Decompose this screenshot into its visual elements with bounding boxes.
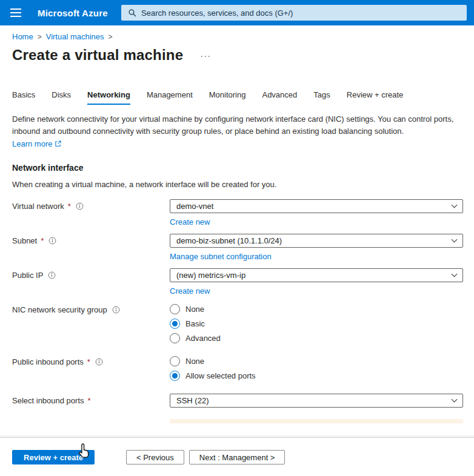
radio-icon (170, 333, 180, 343)
tab-basics[interactable]: Basics (12, 90, 35, 105)
select-inbound-ports-dropdown[interactable]: SSH (22) (170, 394, 463, 408)
section-heading-network-interface: Network interface (12, 163, 463, 173)
field-row-subnet: Subnet* demo-biz-subnet (10.1.1.0/24) Ma… (12, 234, 463, 261)
manage-subnet-configuration-link[interactable]: Manage subnet configuration (170, 252, 272, 261)
tab-tags[interactable]: Tags (313, 90, 330, 105)
wizard-footer: Review + create < Previous Next : Manage… (0, 437, 474, 476)
nic-nsg-label: NIC network security group (12, 303, 170, 343)
required-asterisk: * (87, 357, 90, 366)
learn-more-link[interactable]: Learn more (12, 139, 52, 148)
breadcrumb-separator: > (38, 33, 42, 41)
required-asterisk: * (41, 236, 44, 245)
radio-icon (170, 304, 180, 314)
review-create-button[interactable]: Review + create (12, 450, 95, 464)
more-actions-ellipsis-icon[interactable]: ··· (200, 50, 211, 61)
breadcrumb-separator: > (108, 33, 113, 41)
radio-selected-icon (170, 319, 180, 329)
required-asterisk: * (88, 396, 91, 405)
tab-description: Define network connectivity for your vir… (12, 113, 463, 137)
field-row-nic-nsg: NIC network security group None Basic Ad… (12, 303, 463, 343)
info-icon[interactable] (112, 306, 120, 316)
radio-selected-icon (170, 371, 180, 381)
hamburger-menu-icon[interactable] (2, 0, 29, 25)
tab-advanced[interactable]: Advanced (262, 90, 297, 105)
global-search[interactable] (121, 5, 467, 21)
inbound-ports-option-allow-selected[interactable]: Allow selected ports (170, 371, 463, 381)
tab-management[interactable]: Management (147, 90, 193, 105)
subnet-dropdown[interactable]: demo-biz-subnet (10.1.1.0/24) (170, 234, 463, 248)
public-inbound-ports-radio-group: None Allow selected ports (170, 355, 463, 381)
page-content: Home > Virtual machines > Create a virtu… (0, 25, 474, 437)
breadcrumb-home-link[interactable]: Home (12, 32, 33, 41)
info-icon[interactable] (95, 358, 103, 368)
tab-monitoring[interactable]: Monitoring (209, 90, 246, 105)
public-ip-label: Public IP (12, 268, 170, 296)
field-row-virtual-network: Virtual network* demo-vnet Create new (12, 199, 463, 226)
public-ip-create-new-link[interactable]: Create new (170, 286, 210, 296)
chevron-down-icon (452, 202, 458, 208)
nic-nsg-radio-group: None Basic Advanced (170, 303, 463, 343)
tab-review-create[interactable]: Review + create (347, 90, 404, 105)
external-link-icon (55, 140, 61, 149)
select-inbound-ports-label: Select inbound ports* (12, 394, 170, 408)
nic-nsg-option-advanced[interactable]: Advanced (170, 333, 463, 343)
breadcrumb-virtual-machines-link[interactable]: Virtual machines (46, 32, 104, 41)
chevron-down-icon (452, 271, 458, 277)
tab-networking[interactable]: Networking (87, 90, 130, 105)
info-icon[interactable] (48, 271, 56, 281)
search-input[interactable] (141, 8, 462, 18)
nic-nsg-option-none[interactable]: None (170, 304, 463, 314)
info-icon[interactable] (48, 237, 56, 246)
chevron-down-icon (452, 237, 458, 243)
subnet-label: Subnet* (12, 234, 170, 261)
breadcrumb: Home > Virtual machines > (12, 32, 463, 41)
field-row-public-inbound-ports: Public inbound ports* None Allow selecte… (12, 355, 463, 381)
page-title: Create a virtual machine (12, 47, 183, 64)
search-icon (129, 9, 136, 17)
field-row-public-ip: Public IP (new) metrics-vm-ip Create new (12, 268, 463, 296)
field-row-select-inbound-ports: Select inbound ports* SSH (22) (12, 394, 463, 408)
public-inbound-ports-label: Public inbound ports* (12, 355, 170, 381)
tab-disks[interactable]: Disks (52, 90, 71, 105)
virtual-network-label: Virtual network* (12, 199, 170, 226)
inbound-ports-option-none[interactable]: None (170, 356, 463, 366)
virtual-network-create-new-link[interactable]: Create new (170, 217, 210, 226)
warning-banner-clipped (170, 419, 463, 423)
top-app-bar: Microsoft Azure (0, 0, 474, 25)
brand-logo-text: Microsoft Azure (38, 8, 108, 18)
required-asterisk: * (68, 202, 71, 211)
info-icon[interactable] (76, 202, 84, 212)
public-ip-dropdown[interactable]: (new) metrics-vm-ip (170, 268, 463, 282)
previous-button[interactable]: < Previous (126, 450, 184, 464)
wizard-tabs: Basics Disks Networking Management Monit… (12, 90, 463, 105)
virtual-network-dropdown[interactable]: demo-vnet (170, 199, 463, 213)
radio-icon (170, 356, 180, 366)
nic-nsg-option-basic[interactable]: Basic (170, 319, 463, 329)
next-management-button[interactable]: Next : Management > (189, 450, 285, 464)
section-subheading: When creating a virtual machine, a netwo… (12, 180, 463, 189)
chevron-down-icon (452, 397, 458, 403)
